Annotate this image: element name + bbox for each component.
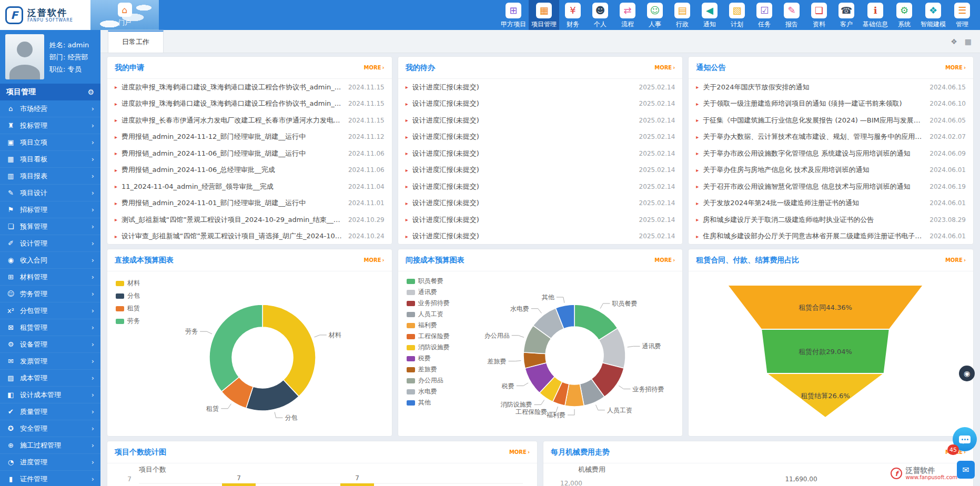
list-item[interactable]: ▸设计进度汇报(未提交)2025.02.14	[398, 178, 683, 195]
sidebar-item[interactable]: ⚙设备管理›	[0, 336, 100, 353]
sidebar-item[interactable]: ✪安全管理›	[0, 420, 100, 437]
top-nav-item[interactable]: ⇄流程	[614, 0, 641, 30]
top-nav-item[interactable]: ❖智能建模	[918, 0, 948, 30]
layout-icon[interactable]: ▦	[965, 37, 972, 46]
top-nav-item[interactable]: ¥财务	[559, 0, 587, 30]
legend-item[interactable]: 材料	[116, 279, 140, 288]
legend-item[interactable]: 业务招待费	[407, 299, 450, 308]
top-nav-item[interactable]: ℹ基础信息	[860, 0, 891, 30]
sidebar-item[interactable]: ✐设计管理›	[0, 235, 100, 252]
donut-segment[interactable]	[262, 305, 316, 397]
list-item[interactable]: ▸进度款申报_珠海鹤港口建设_珠海鹤港口建设工程合作协议书_admin_...2…	[107, 79, 392, 96]
list-item[interactable]: ▸测试_彭祖新城“四馆”景观工程设计项目_2024-10-29_admin_结束…	[107, 211, 392, 228]
top-nav-item[interactable]: ✎报告	[778, 0, 805, 30]
legend-item[interactable]: 人员工资	[407, 310, 450, 319]
legend-item[interactable]: 消防设施费	[407, 343, 450, 352]
more-link[interactable]: MORE›	[509, 449, 530, 455]
sidebar-item[interactable]: ⌂市场经营›	[0, 100, 100, 117]
more-link[interactable]: MORE›	[364, 65, 385, 70]
top-nav-item[interactable]: ☺人事	[641, 0, 669, 30]
sidebar-item[interactable]: ✎项目设计›	[0, 185, 100, 201]
legend-item[interactable]: 工程保险费	[407, 332, 450, 341]
top-nav-item[interactable]: ❏资料	[805, 0, 833, 30]
top-nav-item[interactable]: ▧计划	[723, 0, 751, 30]
legend-item[interactable]: 分包	[116, 291, 140, 300]
monitor-widget-icon[interactable]: ◉	[959, 366, 975, 381]
list-item[interactable]: ▸费用报销_admin_2024-11-06_总经理审批__完成2024.11.…	[107, 162, 392, 179]
list-item[interactable]: ▸房和城乡建设厅关于取消二级建造师临时执业证书的公告2023.08.29	[689, 211, 973, 228]
sidebar-item[interactable]: ▥项目报表›	[0, 168, 100, 185]
settings-gear-icon[interactable]: ⚙	[87, 88, 94, 96]
nav-item-portal[interactable]: ⌂ 门户	[90, 0, 159, 30]
list-item[interactable]: ▸关于举办大数据、云计算技术在城市建设、规划、管理与服务中的应用培训班...20…	[689, 129, 973, 146]
sidebar-item[interactable]: ⊕施工过程管理›	[0, 437, 100, 454]
sidebar-item[interactable]: ◧设计成本管理›	[0, 387, 100, 403]
sidebar-item[interactable]: ▣项目立项›	[0, 134, 100, 151]
top-nav-item[interactable]: ☻个人	[587, 0, 614, 30]
theme-icon[interactable]: ❖	[951, 37, 957, 46]
legend-item[interactable]: 税费	[407, 354, 450, 363]
list-item[interactable]: ▸于征集《中国建筑施工行业信息化发展报告 (2024) —BIM应用与发展》材料…	[689, 112, 973, 129]
list-item[interactable]: ▸关于领取一级注册建造师培训项目的通知 (须持一建证书前来领取)2024.06.…	[689, 96, 973, 113]
legend-item[interactable]: 差旅费	[407, 365, 450, 374]
sidebar-item[interactable]: ✉发票管理›	[0, 353, 100, 370]
sidebar-item[interactable]: ▮证件管理›	[0, 471, 100, 486]
list-item[interactable]: ▸设计进度汇报(未提交)2025.02.14	[398, 96, 683, 113]
list-item[interactable]: ▸设计进度汇报(未提交)2025.02.14	[398, 129, 683, 146]
sidebar-item[interactable]: ◔进度管理›	[0, 454, 100, 471]
list-item[interactable]: ▸设计审查_彭祖新城“四馆”景观工程设计项目_请选择_胡广生_2024-10-2…	[107, 228, 392, 245]
legend-item[interactable]: 其他	[407, 398, 450, 407]
list-item[interactable]: ▸费用报销_admin_2024-11-12_部门经理审批_胡建__运行中202…	[107, 129, 392, 146]
donut-segment[interactable]	[209, 305, 262, 391]
list-item[interactable]: ▸设计进度汇报(未提交)2025.02.14	[398, 228, 683, 245]
tab-daily-work[interactable]: 日常工作	[108, 31, 164, 53]
list-item[interactable]: ▸关于举办住房与房地产信息化 技术及应用培训班的通知2024.06.01	[689, 162, 973, 179]
list-item[interactable]: ▸设计进度汇报(未提交)2025.02.14	[398, 112, 683, 129]
sidebar-item[interactable]: ⊠租赁管理›	[0, 319, 100, 336]
top-nav-item[interactable]: ☎客户	[833, 0, 860, 30]
bar[interactable]	[340, 483, 374, 486]
top-nav-item[interactable]: ☰管理	[948, 0, 976, 30]
more-link[interactable]: MORE›	[654, 65, 675, 70]
list-item[interactable]: ▸设计进度汇报(未提交)2025.02.14	[398, 211, 683, 228]
list-item[interactable]: ▸设计进度汇报(未提交)2025.02.14	[398, 145, 683, 162]
list-item[interactable]: ▸进度款申报_珠海鹤港口建设_珠海鹤港口建设工程合作协议书_admin_...2…	[107, 96, 392, 113]
top-nav-item[interactable]: ▦项目管理	[529, 0, 559, 30]
legend-item[interactable]: 劳务	[116, 317, 140, 326]
list-item[interactable]: ▸设计进度汇报(未提交)2025.02.14	[398, 162, 683, 179]
sidebar-item[interactable]: ☺劳务管理›	[0, 286, 100, 302]
top-nav-item[interactable]: ▤行政	[669, 0, 696, 30]
sidebar-item[interactable]: ⊞材料管理›	[0, 269, 100, 286]
more-link[interactable]: MORE›	[945, 257, 966, 263]
legend-item[interactable]: 办公用品	[407, 376, 450, 385]
legend-item[interactable]: 水电费	[407, 387, 450, 396]
message-button[interactable]: ✉	[957, 461, 975, 479]
list-item[interactable]: ▸关于发放2024年第24批一级建造师注册证书的通知2024.06.01	[689, 195, 973, 212]
sidebar-item[interactable]: ▦项目看板›	[0, 151, 100, 168]
list-item[interactable]: ▸费用报销_admin_2024-11-01_部门经理审批_胡建__运行中202…	[107, 195, 392, 212]
bar[interactable]	[222, 483, 256, 486]
legend-item[interactable]: 福利费	[407, 321, 450, 330]
list-item[interactable]: ▸关于2024年国庆节放假安排的通知2024.06.15	[689, 79, 973, 96]
legend-item[interactable]: 职员餐费	[407, 277, 450, 286]
more-link[interactable]: MORE›	[654, 257, 675, 263]
list-item[interactable]: ▸设计进度汇报(未提交)2025.02.14	[398, 195, 683, 212]
list-item[interactable]: ▸进度款申报_长春市伊通河水力发电厂改建工程_长春市伊通河水力发电...2024…	[107, 112, 392, 129]
sidebar-item[interactable]: ♜投标管理›	[0, 117, 100, 134]
sidebar-item[interactable]: ⚑招标管理›	[0, 201, 100, 218]
legend-item[interactable]: 通讯费	[407, 288, 450, 297]
sidebar-item[interactable]: ▨成本管理›	[0, 370, 100, 387]
list-item[interactable]: ▸费用报销_admin_2024-11-06_部门经理审批_胡建__运行中202…	[107, 145, 392, 162]
top-nav-item[interactable]: ⚙系统	[891, 0, 918, 30]
top-nav-item[interactable]: ☑任务	[751, 0, 778, 30]
legend-item[interactable]: 租赁	[116, 304, 140, 313]
list-item[interactable]: ▸住房和城乡建设部办公厅关于同意吉林省开展二级建造师注册证书电子证书试点...2…	[689, 228, 973, 245]
list-item[interactable]: ▸关于举办市政公用设施数字化管理信息 系统建设与应用培训班的通知2024.06.…	[689, 145, 973, 162]
list-item[interactable]: ▸关于召开市政公用设施智慧化管理信息 信息技术与应用培训班的通知2024.06.…	[689, 178, 973, 195]
sidebar-item[interactable]: ◉收入合同›	[0, 252, 100, 269]
sidebar-item[interactable]: x²分包管理›	[0, 302, 100, 319]
app-logo[interactable]: F 泛普软件 FANPU SOFTWARE	[0, 0, 90, 30]
list-item[interactable]: ▸11_2024-11-04_admin_经营部_领导审批__完成2024.11…	[107, 178, 392, 195]
top-nav-item[interactable]: ⊞甲方项目	[498, 0, 529, 30]
list-item[interactable]: ▸设计进度汇报(未提交)2025.02.14	[398, 79, 683, 96]
